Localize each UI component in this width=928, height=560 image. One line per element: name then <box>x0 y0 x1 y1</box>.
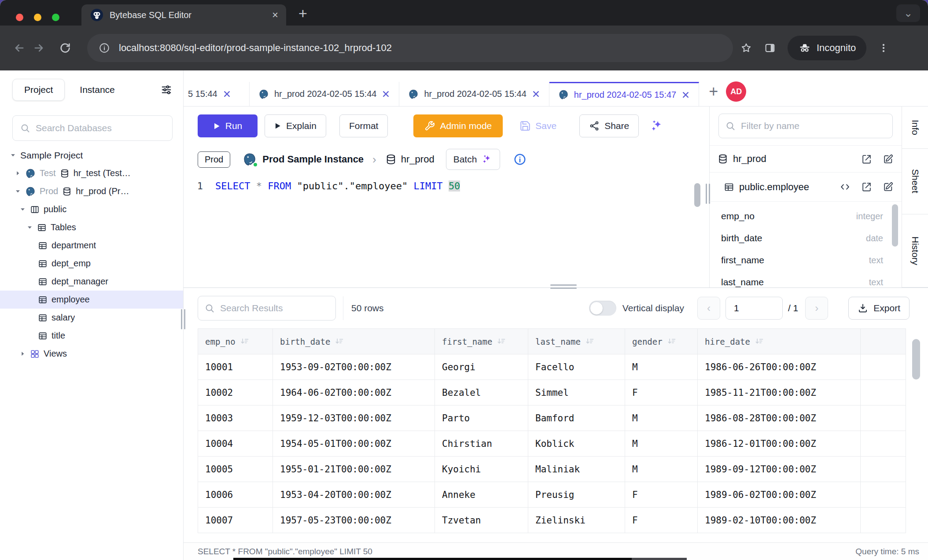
browser-tab[interactable]: Bytebase SQL Editor × <box>81 4 286 26</box>
tree-item-dept-manager[interactable]: dept_manager <box>0 273 183 291</box>
results-resize-handle[interactable] <box>550 284 577 289</box>
edit-icon[interactable] <box>883 154 894 165</box>
info-circle-icon[interactable] <box>513 153 527 166</box>
tab-search-chevron-button[interactable]: ⌄ <box>896 4 920 22</box>
tab-instance[interactable]: Instance <box>68 79 126 100</box>
query-tab[interactable]: hr_prod 2024-02-05 15:44 <box>250 82 399 106</box>
run-button[interactable]: Run <box>198 114 258 137</box>
tree-item-dept-emp[interactable]: dept_emp <box>0 254 183 273</box>
sparkles-icon[interactable] <box>649 118 664 133</box>
new-tab-button[interactable]: + <box>298 5 307 22</box>
edit-icon[interactable] <box>883 181 894 192</box>
user-avatar[interactable]: AD <box>726 81 746 102</box>
reload-icon[interactable] <box>55 42 75 54</box>
table-cell: 10007 <box>198 508 273 533</box>
table-header-emp_no[interactable]: emp_no <box>198 329 273 354</box>
search-databases-input[interactable] <box>36 123 165 133</box>
tree-item-tables[interactable]: Tables <box>0 218 183 236</box>
caret-down-icon[interactable] <box>26 224 33 231</box>
next-page-button[interactable]: › <box>805 297 828 320</box>
tree-item-views[interactable]: Views <box>0 345 183 363</box>
rail-tab-sheet[interactable]: Sheet <box>902 149 928 214</box>
schema-database-row[interactable]: hr_prod <box>710 145 902 173</box>
batch-button[interactable]: Batch <box>446 149 501 170</box>
minimize-window-button[interactable] <box>34 14 41 21</box>
close-tab-icon[interactable] <box>532 90 540 98</box>
table-scrollbar-thumb[interactable] <box>912 339 920 379</box>
caret-right-icon[interactable] <box>19 350 26 357</box>
schema-table-row[interactable]: public.employee <box>710 173 902 202</box>
sql-editor[interactable]: 1 SELECT * FROM "public"."employee" LIMI… <box>184 173 709 287</box>
vertical-display-toggle[interactable] <box>589 301 616 316</box>
postgres-icon <box>243 152 257 166</box>
caret-right-icon[interactable] <box>15 170 21 177</box>
caret-down-icon[interactable] <box>10 152 16 158</box>
column-row-last_name[interactable]: last_nametext <box>721 271 889 287</box>
page-number-input[interactable] <box>725 297 783 320</box>
url-bar[interactable]: localhost:8080/sql-editor/prod-sample-in… <box>87 34 733 62</box>
instance-name[interactable]: Prod Sample Instance <box>262 154 364 165</box>
close-tab-icon[interactable] <box>223 90 231 98</box>
database-search[interactable] <box>12 115 173 141</box>
search-results-input[interactable] <box>220 303 329 313</box>
table-cell: Bezalel <box>435 380 528 405</box>
table-header-birth_date[interactable]: birth_date <box>273 329 435 354</box>
table-icon <box>37 223 47 232</box>
results-toolbar: 50 rows Vertical display ‹ / 1 › Export <box>184 288 928 328</box>
caret-down-icon[interactable] <box>19 206 26 213</box>
kebab-menu-icon[interactable] <box>878 42 889 54</box>
close-tab-icon[interactable] <box>382 90 390 98</box>
query-tab[interactable]: hr_prod 2024-02-05 15:47 <box>549 82 699 106</box>
wrench-icon <box>424 121 435 131</box>
table-header-last_name[interactable]: last_name <box>528 329 625 354</box>
rail-tab-history[interactable]: History <box>902 214 928 287</box>
tab-project[interactable]: Project <box>12 79 65 101</box>
sliders-icon[interactable] <box>160 84 173 96</box>
database-name[interactable]: hr_prod <box>401 154 435 165</box>
close-tab-icon[interactable] <box>681 91 690 99</box>
code-icon[interactable] <box>840 181 851 192</box>
close-tab-icon[interactable]: × <box>272 10 278 20</box>
query-tab[interactable]: 5 15:44 <box>184 82 250 106</box>
explain-button[interactable]: Explain <box>265 114 326 137</box>
tree-item-title[interactable]: title <box>0 327 183 345</box>
site-info-icon[interactable] <box>99 42 110 54</box>
tree-item-salary[interactable]: salary <box>0 309 183 327</box>
editor-scrollbar-thumb[interactable] <box>694 183 700 207</box>
prev-page-button[interactable]: ‹ <box>697 297 720 320</box>
tree-item-employee[interactable]: employee <box>0 291 183 309</box>
tree-item-hr-test-test-[interactable]: Testhr_test (Test… <box>0 164 183 182</box>
format-button[interactable]: Format <box>339 114 388 137</box>
chevron-right-icon: › <box>372 153 376 166</box>
external-link-icon[interactable] <box>861 154 872 165</box>
table-header-first_name[interactable]: first_name <box>435 329 528 354</box>
external-link-icon[interactable] <box>861 181 872 192</box>
tree-item-hr-prod-pr-[interactable]: Prodhr_prod (Pr… <box>0 182 183 200</box>
back-arrow-icon[interactable] <box>10 42 29 54</box>
caret-down-icon[interactable] <box>15 188 21 195</box>
results-search[interactable] <box>198 296 336 321</box>
close-window-button[interactable] <box>16 14 23 21</box>
filter-by-name-input[interactable] <box>741 121 886 131</box>
column-row-emp_no[interactable]: emp_nointeger <box>721 205 889 227</box>
column-row-birth_date[interactable]: birth_datedate <box>721 227 889 249</box>
tree-item-sample-project[interactable]: Sample Project <box>0 146 183 164</box>
zoom-window-button[interactable] <box>52 14 59 21</box>
column-row-first_name[interactable]: first_nametext <box>721 249 889 271</box>
filter-by-name[interactable] <box>718 114 893 138</box>
side-panel-icon[interactable] <box>764 42 776 54</box>
column-list-scrollbar-thumb[interactable] <box>892 204 898 247</box>
query-tab[interactable]: hr_prod 2024-02-05 15:44 <box>399 82 549 106</box>
save-button[interactable]: Save <box>519 120 556 132</box>
bookmark-star-icon[interactable] <box>740 42 752 54</box>
tree-item-public[interactable]: public <box>0 200 183 218</box>
share-button[interactable]: Share <box>579 114 639 137</box>
rail-tab-info[interactable]: Info <box>902 107 928 149</box>
table-header-hire_date[interactable]: hire_date <box>698 329 861 354</box>
tree-item-department[interactable]: department <box>0 236 183 254</box>
forward-arrow-icon[interactable] <box>29 42 48 54</box>
admin-mode-button[interactable]: Admin mode <box>413 114 503 137</box>
table-header-gender[interactable]: gender <box>625 329 698 354</box>
add-query-tab-button[interactable]: + <box>709 82 718 101</box>
export-button[interactable]: Export <box>848 297 910 320</box>
